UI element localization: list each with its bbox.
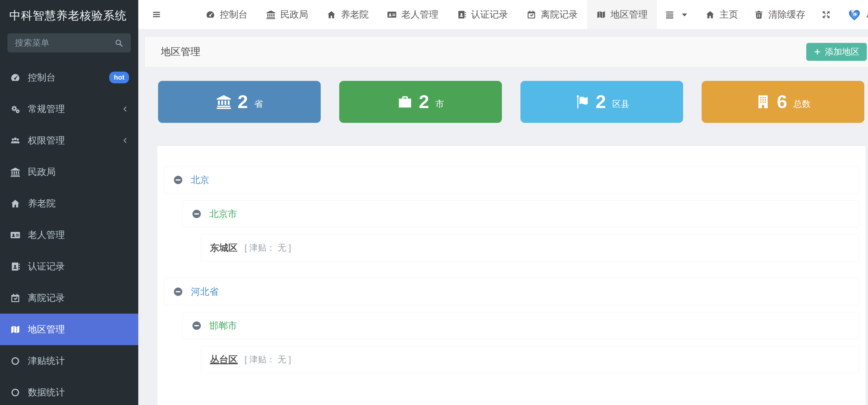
sidebar-item-general-mgmt[interactable]: 常规管理: [0, 93, 138, 125]
chevron-left-icon: [122, 105, 129, 113]
sidebar-item-label: 养老院: [28, 197, 56, 210]
navbar-right: 主页 清除缓存 Admin: [657, 0, 868, 29]
nav-right-label: 清除缓存: [768, 8, 805, 21]
stat-card-cities: 2 市: [339, 81, 502, 123]
map-icon: [596, 10, 606, 20]
nav-user[interactable]: Admin: [839, 0, 868, 29]
stat-value: 2: [419, 93, 429, 111]
sidebar-item-nursing-home[interactable]: 养老院: [0, 188, 138, 219]
page-title: 地区管理: [161, 45, 200, 59]
sidebar-item-civil-bureau[interactable]: 民政局: [0, 156, 138, 188]
sidebar-item-label: 数据统计: [28, 386, 65, 399]
sidebar-item-elder-mgmt[interactable]: 老人管理: [0, 219, 138, 251]
region-link-handan[interactable]: 邯郸市: [209, 319, 237, 332]
home-icon: [327, 10, 336, 20]
nav-tab-elder-mgmt[interactable]: 老人管理: [378, 0, 447, 29]
subsidy-text: [ 津贴： 无 ]: [245, 242, 291, 254]
sidebar-item-label: 常规管理: [28, 103, 65, 116]
calendarcheck-icon: [527, 10, 536, 20]
tree-row-handan: 邯郸市: [182, 312, 859, 339]
collapse-toggle-icon[interactable]: [191, 320, 202, 331]
hamburger-icon: [152, 10, 161, 19]
idcard-icon: [387, 10, 397, 20]
nav-fullscreen[interactable]: [813, 0, 839, 29]
dashboard-icon: [7, 72, 23, 83]
sidebar-item-label: 津贴统计: [28, 355, 65, 367]
sidebar-search-box: [7, 33, 131, 53]
sidebar-item-region-mgmt[interactable]: 地区管理: [0, 314, 138, 345]
hot-badge: hot: [109, 72, 129, 83]
nav-tab-auth-records[interactable]: 认证记录: [447, 0, 517, 29]
nav-homepage[interactable]: 主页: [697, 0, 746, 29]
nav-tab-region-mgmt[interactable]: 地区管理: [587, 0, 657, 29]
collapse-toggle-icon[interactable]: [173, 286, 183, 297]
add-region-button[interactable]: 添加地区: [806, 43, 867, 61]
sidebar-toggle-button[interactable]: [144, 0, 169, 29]
flag-icon: [574, 94, 590, 110]
nav-tab-label: 地区管理: [611, 8, 648, 21]
add-region-label: 添加地区: [825, 46, 859, 58]
bank-icon: [7, 167, 23, 177]
subsidy-text: [ 津贴： 无 ]: [245, 354, 291, 366]
sidebar-item-permission-mgmt[interactable]: 权限管理: [0, 125, 138, 156]
stat-card-provinces: 2 省: [158, 81, 321, 123]
app-title: 中科智慧养老核验系统: [0, 0, 138, 27]
region-link-beijing[interactable]: 北京: [191, 174, 209, 186]
caret-down-icon: [680, 10, 689, 20]
nav-tab-label: 养老院: [341, 8, 369, 21]
dashboard-icon: [206, 10, 215, 20]
addressbook-icon: [7, 261, 23, 272]
nav-tab-nursing-home[interactable]: 养老院: [317, 0, 378, 29]
navbar-tabs: 控制台 民政局 养老院 老人管理 认证记录 离院记录 地区管理: [196, 0, 657, 29]
collapse-toggle-icon[interactable]: [173, 175, 183, 185]
sidebar-item-label: 老人管理: [28, 229, 65, 241]
sidebar-menu: 控制台 hot 常规管理 权限管理 民政局 养老院 老人管理 认证记录 离院记录: [0, 62, 138, 405]
stat-card-districts: 2 区县: [521, 81, 683, 123]
chevron-left-icon: [122, 137, 129, 144]
region-link-beijing-city[interactable]: 北京市: [209, 208, 237, 220]
search-icon[interactable]: [114, 38, 123, 48]
circle-icon: [7, 356, 23, 366]
nav-tab-civil-bureau[interactable]: 民政局: [257, 0, 317, 29]
stat-label: 市: [435, 98, 444, 110]
expand-icon: [822, 10, 831, 20]
nav-tab-label: 离院记录: [541, 8, 578, 21]
circle-icon: [7, 387, 23, 398]
nav-tab-console[interactable]: 控制台: [196, 0, 257, 29]
trash-icon: [754, 10, 764, 20]
sidebar-item-discharge-records[interactable]: 离院记录: [0, 282, 138, 314]
sidebar-item-label: 控制台: [28, 71, 56, 84]
search-input[interactable]: [15, 38, 114, 48]
bank-icon: [216, 94, 231, 110]
nav-tab-label: 控制台: [220, 8, 248, 21]
sidebar-item-auth-records[interactable]: 认证记录: [0, 251, 138, 282]
sidebar: 中科智慧养老核验系统 控制台 hot 常规管理 权限管理 民政局 养老院 老人管…: [0, 0, 138, 405]
tree-row-beijing: 北京: [164, 166, 859, 193]
home-icon: [7, 198, 23, 209]
stat-value: 6: [777, 93, 787, 111]
region-link-dongcheng[interactable]: 东城区: [210, 242, 238, 254]
stat-card-total: 6 总数: [702, 81, 864, 123]
sidebar-item-data-stats[interactable]: 数据统计: [0, 377, 138, 405]
collapse-toggle-icon[interactable]: [191, 209, 202, 219]
nav-tab-discharge-records[interactable]: 离院记录: [517, 0, 587, 29]
sidebar-item-label: 权限管理: [28, 134, 65, 147]
app-window: 中科智慧养老核验系统 控制台 hot 常规管理 权限管理 民政局 养老院 老人管…: [0, 0, 868, 405]
nav-clear-cache[interactable]: 清除缓存: [746, 0, 813, 29]
building-icon: [755, 94, 771, 110]
sidebar-item-subsidy-stats[interactable]: 津贴统计: [0, 345, 138, 377]
gears-icon: [7, 104, 23, 114]
region-link-hebei[interactable]: 河北省: [191, 285, 219, 298]
sidebar-item-console[interactable]: 控制台 hot: [0, 62, 138, 93]
nav-right-label: Admin: [866, 9, 868, 20]
page-header: 地区管理 添加地区: [145, 36, 868, 67]
stat-value: 2: [596, 93, 606, 111]
nav-menu-dropdown[interactable]: [657, 0, 697, 29]
tree-row-dongcheng: 东城区 [ 津贴： 无 ]: [201, 234, 859, 261]
sidebar-item-label: 地区管理: [28, 323, 65, 336]
stat-label: 省: [254, 98, 263, 110]
stat-label: 总数: [793, 98, 811, 110]
nav-tab-label: 认证记录: [471, 8, 508, 21]
bank-icon: [266, 10, 276, 20]
region-link-congtai[interactable]: 丛台区: [210, 353, 238, 366]
